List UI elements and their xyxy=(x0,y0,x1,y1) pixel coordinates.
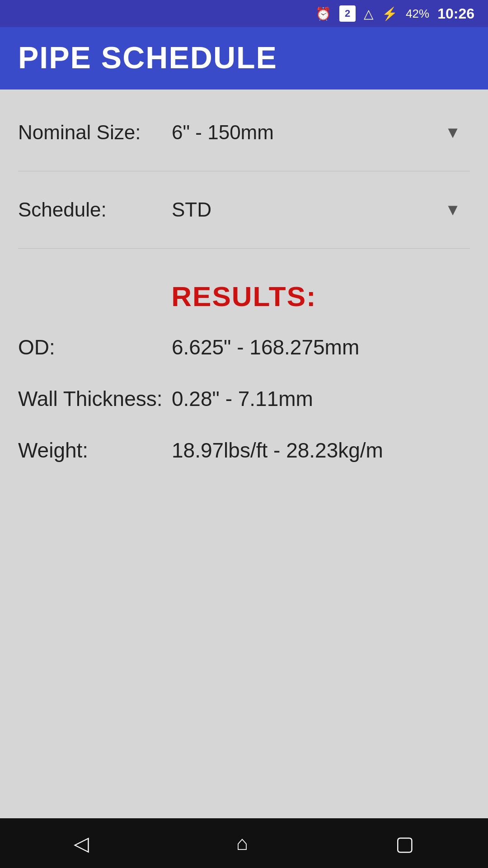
battery-percentage: 42% xyxy=(406,7,429,21)
od-value: 6.625" - 168.275mm xyxy=(172,335,359,359)
od-label: OD: xyxy=(18,335,172,359)
schedule-row: Schedule: STD ▼ xyxy=(18,185,470,235)
nominal-size-dropdown[interactable]: 6" - 150mm ▼ xyxy=(163,117,470,148)
notification-badge: 2 xyxy=(339,5,356,22)
nominal-size-row: Nominal Size: 6" - 150mm ▼ xyxy=(18,108,470,157)
nominal-size-chevron-icon: ▼ xyxy=(445,123,461,142)
signal-icon: △ xyxy=(364,6,374,21)
schedule-chevron-icon: ▼ xyxy=(445,200,461,219)
home-button[interactable] xyxy=(218,827,267,859)
status-time: 10:26 xyxy=(437,5,474,22)
schedule-value: STD xyxy=(172,198,211,221)
wall-thickness-row: Wall Thickness: 0.28" - 7.11mm xyxy=(18,387,470,411)
wall-thickness-value: 0.28" - 7.11mm xyxy=(172,387,313,411)
app-title: PIPE SCHEDULE xyxy=(18,40,470,75)
alarm-icon: ⏰ xyxy=(315,6,331,21)
main-content: Nominal Size: 6" - 150mm ▼ Schedule: STD… xyxy=(0,90,488,818)
results-heading: RESULTS: xyxy=(18,280,470,312)
wall-thickness-label: Wall Thickness: xyxy=(18,387,172,411)
battery-lightning-icon: ⚡ xyxy=(382,6,398,21)
recents-button[interactable] xyxy=(377,827,432,859)
app-header: PIPE SCHEDULE xyxy=(0,27,488,90)
weight-label: Weight: xyxy=(18,438,172,462)
nominal-size-value: 6" - 150mm xyxy=(172,121,274,144)
back-button[interactable] xyxy=(56,827,107,859)
nav-bar xyxy=(0,818,488,868)
battery-indicator: 42% xyxy=(406,7,429,21)
schedule-label: Schedule: xyxy=(18,198,163,221)
status-bar: ⏰ 2 △ ⚡ 42% 10:26 xyxy=(0,0,488,27)
divider-2 xyxy=(18,248,470,249)
od-row: OD: 6.625" - 168.275mm xyxy=(18,335,470,359)
weight-value: 18.97lbs/ft - 28.23kg/m xyxy=(172,438,383,462)
schedule-dropdown[interactable]: STD ▼ xyxy=(163,194,470,226)
nominal-size-label: Nominal Size: xyxy=(18,121,163,144)
divider-1 xyxy=(18,171,470,171)
weight-row: Weight: 18.97lbs/ft - 28.23kg/m xyxy=(18,438,470,462)
